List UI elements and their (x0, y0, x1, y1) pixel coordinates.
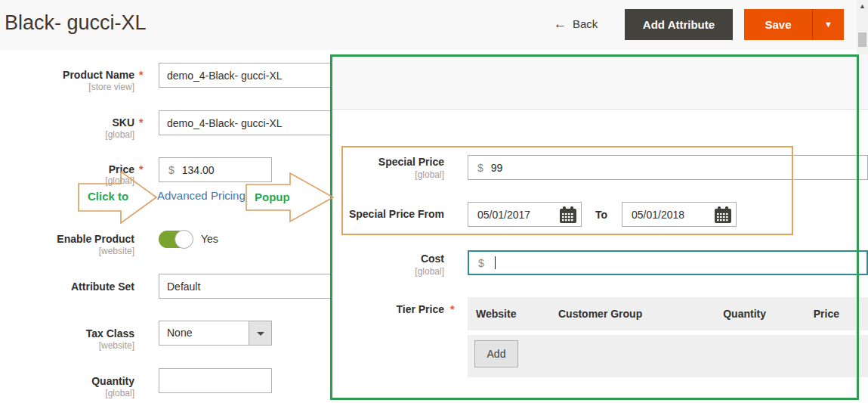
product-edit-page: Black- gucci-XL ←Back Add Attribute Save… (0, 0, 868, 403)
popup-top-band (331, 54, 868, 110)
price-scope: [global] (0, 175, 134, 186)
save-label[interactable]: Save (744, 9, 812, 40)
quantity-scope: [global] (0, 388, 134, 398)
toggle-knob (175, 230, 193, 249)
tier-header-price: Price (766, 308, 839, 320)
enable-product-scope: [website] (0, 246, 134, 256)
price-label: Price (0, 163, 134, 175)
product-name-scope: [store view] (0, 82, 134, 92)
special-price-from-value[interactable]: 05/01/2017 (468, 209, 559, 221)
special-price-to-value[interactable]: 05/01/2018 (622, 209, 714, 221)
cost-currency-symbol: $ (469, 257, 492, 269)
sku-scope: [global] (0, 129, 134, 140)
price-input[interactable] (182, 164, 271, 176)
tier-header-quantity: Quantity (679, 308, 766, 320)
chevron-down-icon (257, 332, 264, 336)
tax-class-select[interactable]: None (159, 321, 272, 346)
tax-class-value: None (167, 327, 192, 339)
special-price-input[interactable] (491, 162, 867, 174)
sku-label: SKU (0, 116, 134, 129)
sku-input[interactable] (159, 110, 351, 135)
tier-price-table-header: Website Customer Group Quantity Price (468, 297, 868, 330)
save-dropdown-caret-icon[interactable]: ▼ (813, 9, 844, 40)
quantity-label: Quantity (0, 375, 134, 387)
special-price-from-label: Special Price From (331, 208, 444, 220)
sku-required-star: * (139, 116, 143, 129)
quantity-input[interactable] (159, 368, 272, 393)
vertical-scrollbar[interactable]: ▲ (857, 0, 868, 54)
scroll-up-icon[interactable]: ▲ (857, 1, 868, 11)
tier-price-table: Website Customer Group Quantity Price Ad… (468, 297, 868, 377)
tax-class-dropdown-button[interactable] (249, 321, 271, 345)
tier-price-add-button[interactable]: Add (474, 340, 518, 367)
special-price-from-date-field[interactable]: 05/01/2017 (468, 202, 582, 227)
cost-scope: [global] (331, 266, 444, 277)
tier-price-label: Tier Price (331, 303, 444, 315)
special-price-field: $ (468, 155, 868, 180)
product-name-label: Product Name (0, 69, 134, 81)
calendar-icon[interactable] (714, 206, 732, 224)
price-field: $ (159, 157, 272, 182)
special-price-to-date-field[interactable]: 05/01/2018 (622, 202, 737, 227)
attribute-set-input[interactable] (159, 274, 351, 299)
product-name-required-star: * (139, 69, 143, 81)
back-label: Back (573, 17, 598, 30)
text-cursor (495, 256, 496, 269)
to-label: To (595, 209, 607, 221)
price-currency-symbol: $ (159, 164, 182, 176)
special-price-label: Special Price (331, 156, 444, 168)
calendar-icon[interactable] (559, 206, 577, 224)
click-to-annotation-text: Click to (88, 190, 128, 203)
page-title: Black- gucci-XL (5, 11, 147, 35)
attribute-set-label: Attribute Set (0, 281, 134, 293)
tax-class-scope: [website] (0, 340, 134, 351)
add-attribute-button[interactable]: Add Attribute (625, 9, 733, 40)
scrollbar-thumb[interactable] (858, 33, 866, 47)
special-price-currency-symbol: $ (468, 162, 491, 174)
enable-product-toggle[interactable] (159, 231, 193, 248)
cost-label: Cost (331, 253, 444, 265)
advanced-pricing-popup: Special Price [global] $ Special Price F… (331, 54, 868, 403)
tier-price-required-star: * (450, 303, 454, 315)
enable-product-state: Yes (201, 233, 218, 245)
tier-header-website: Website (468, 308, 558, 320)
back-button[interactable]: ←Back (554, 17, 598, 32)
enable-product-label: Enable Product (0, 233, 134, 245)
save-button[interactable]: Save ▼ (744, 9, 844, 40)
tier-header-customer-group: Customer Group (558, 308, 679, 320)
tier-price-table-body: Add (468, 335, 868, 377)
special-price-scope: [global] (331, 169, 444, 180)
back-arrow-icon: ← (554, 17, 567, 31)
cost-input[interactable] (497, 257, 866, 269)
advanced-pricing-link[interactable]: Advanced Pricing (157, 189, 246, 202)
popup-annotation-text: Popup (255, 191, 290, 203)
product-name-input[interactable] (159, 63, 351, 88)
price-required-star: * (139, 163, 143, 175)
tax-class-label: Tax Class (0, 327, 134, 339)
cost-field: $ (468, 250, 868, 275)
